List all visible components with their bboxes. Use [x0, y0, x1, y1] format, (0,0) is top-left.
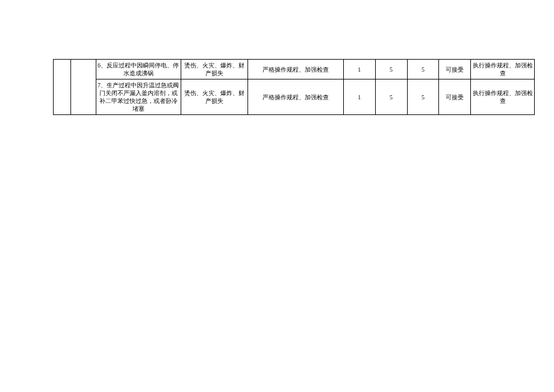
cell-value-1: 1 — [343, 79, 375, 115]
table-row: 6、反应过程中因瞬间停电、停水造成沸锅 烫伤、火灾、爆炸、财产损失 严格操作规程… — [54, 60, 535, 79]
table-row: 7、生产过程中因升温过急或阀门关闭不严漏入釜内溶剂，或补二甲苯过快过急，或者卧冷… — [54, 79, 535, 115]
cell-value-2: 5 — [375, 79, 407, 115]
cell-action: 执行操作规程、加强检查 — [471, 79, 535, 115]
cell-value-2: 5 — [375, 60, 407, 79]
cell-value-3: 5 — [407, 79, 439, 115]
cell-action: 执行操作规程、加强检查 — [471, 60, 535, 79]
cell-hazard: 烫伤、火灾、爆炸、财产损失 — [181, 60, 248, 79]
cell-blank1 — [54, 60, 71, 115]
cell-acceptability: 可接受 — [439, 60, 471, 79]
cell-hazard: 烫伤、火灾、爆炸、财产损失 — [181, 79, 248, 115]
risk-table-wrapper: 6、反应过程中因瞬间停电、停水造成沸锅 烫伤、火灾、爆炸、财产损失 严格操作规程… — [53, 59, 535, 115]
cell-value-1: 1 — [343, 60, 375, 79]
cell-measure: 严格操作规程、加强检查 — [248, 60, 344, 79]
cell-acceptability: 可接受 — [439, 79, 471, 115]
cell-description: 6、反应过程中因瞬间停电、停水造成沸锅 — [96, 60, 181, 79]
cell-value-3: 5 — [407, 60, 439, 79]
cell-measure: 严格操作规程、加强检查 — [248, 79, 344, 115]
cell-blank2 — [71, 60, 96, 115]
risk-assessment-table: 6、反应过程中因瞬间停电、停水造成沸锅 烫伤、火灾、爆炸、财产损失 严格操作规程… — [53, 59, 535, 115]
cell-description: 7、生产过程中因升温过急或阀门关闭不严漏入釜内溶剂，或补二甲苯过快过急，或者卧冷… — [96, 79, 181, 115]
